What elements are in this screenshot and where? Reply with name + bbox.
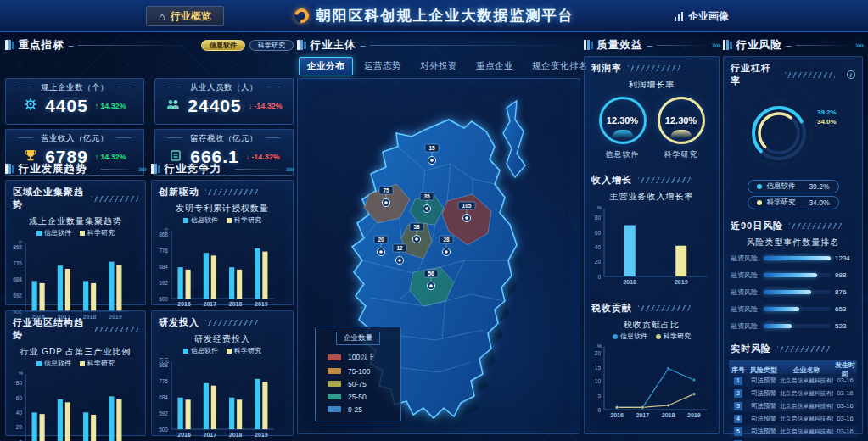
risk-bar-row: 融资风险1234 xyxy=(724,249,862,266)
chart-tax-share: 税收贡献占比信息软件科学研究05101520%2016201720182019 xyxy=(585,319,719,423)
svg-text:80: 80 xyxy=(595,215,602,220)
people-icon xyxy=(165,97,181,115)
expand-arrows-icon[interactable] xyxy=(286,165,294,174)
tab-重点企业[interactable]: 重点企业 xyxy=(468,58,521,75)
svg-text:%: % xyxy=(597,205,602,210)
chart-legend: 信息软件科学研究 xyxy=(6,359,145,368)
svg-text:2016: 2016 xyxy=(177,301,191,307)
map-legend-row: 0-25 xyxy=(316,403,400,416)
svg-text:40: 40 xyxy=(595,244,602,250)
stat-card-delta: ↓-14.32% xyxy=(246,153,280,161)
svg-text:2019: 2019 xyxy=(255,432,268,438)
svg-text:2016: 2016 xyxy=(610,412,624,418)
risk-bar-row: 融资风险523 xyxy=(724,317,862,334)
chart-title: 规上企业数量集聚趋势 xyxy=(6,215,145,227)
info-icon[interactable]: i xyxy=(847,70,855,79)
tab-运营态势[interactable]: 运营态势 xyxy=(356,58,409,75)
expand-arrows-icon[interactable] xyxy=(712,41,720,50)
panel-industry-trend: 行业发展趋势 – 区域企业集聚趋势 规上企业数量集聚趋势信息软件科学研究5005… xyxy=(5,161,146,438)
panel-industry-main: 行业主体 – 企业分布运营态势对外投资重点企业规企变化排名 xyxy=(297,37,580,438)
svg-text:20: 20 xyxy=(16,424,23,430)
tab-企业分布[interactable]: 企业分布 xyxy=(299,57,353,75)
profit-gauge: 12.30% xyxy=(599,97,647,144)
section-card: 研发投入 研发经费投入信息软件科学研究500592684776868万元2016… xyxy=(151,310,294,436)
svg-text:684: 684 xyxy=(13,276,22,282)
svg-text:28: 28 xyxy=(443,237,450,243)
tab-对外投资[interactable]: 对外投资 xyxy=(412,58,465,75)
chart-legend: 信息软件科学研究 xyxy=(152,346,293,355)
nav-industry-overview[interactable]: ⌂ 行业概览 xyxy=(146,6,224,26)
svg-text:60: 60 xyxy=(595,230,602,236)
chart-legend: 信息软件科学研究 xyxy=(6,228,145,237)
panel-title: 行业风险 xyxy=(736,38,782,53)
stat-card-label: 从业人员数（人） xyxy=(155,82,293,93)
risk-bar-row: 融资风险876 xyxy=(724,283,862,300)
svg-text:%: % xyxy=(19,371,24,376)
section-card: 区域企业集聚趋势 规上企业数量集聚趋势信息软件科学研究5005926847768… xyxy=(5,180,146,305)
nav-enterprise-portrait[interactable]: 企业画像 xyxy=(663,6,742,26)
table-row: 6司法预警北京启信卓越科技有限公司03-16 xyxy=(729,438,857,441)
page-title: 朝阳区科创规上企业大数据监测平台 xyxy=(316,6,574,25)
risk-type-bars: 融资风险1234融资风险988融资风险876融资风险653融资风险523 xyxy=(724,249,862,334)
svg-text:75: 75 xyxy=(383,187,389,193)
section-title: 利润率 xyxy=(585,57,719,76)
expand-arrows-icon[interactable] xyxy=(855,41,863,50)
map-legend-row: 25-50 xyxy=(316,390,400,403)
svg-text:684: 684 xyxy=(159,394,168,400)
gauge-value: 12.30% xyxy=(665,115,697,126)
chart-title: 利润增长率 xyxy=(585,79,719,91)
svg-text:15: 15 xyxy=(595,365,602,371)
section-title: 研发投入 xyxy=(152,311,293,331)
svg-text:个: 个 xyxy=(17,240,23,245)
series-toggles: 信息软件科学研究 xyxy=(201,40,294,51)
stat-card-delta: ↑14.32% xyxy=(95,153,126,161)
series-toggle-pill[interactable]: 信息软件 xyxy=(201,40,245,51)
section-title: 收入增长 xyxy=(585,169,719,188)
svg-text:684: 684 xyxy=(159,264,168,270)
section-title: 实时风险 xyxy=(724,338,862,357)
map-ne-arm xyxy=(503,101,525,177)
svg-text:2018: 2018 xyxy=(229,432,243,438)
panel-bars-icon xyxy=(297,40,306,50)
table-header: 序号风险类型企业名称发生时间 xyxy=(729,360,857,374)
panel-title: 行业竞争力 xyxy=(165,162,222,176)
expand-arrows-icon[interactable] xyxy=(138,165,146,174)
risk-bar-row: 融资风险653 xyxy=(724,300,862,317)
svg-text:20: 20 xyxy=(595,259,602,265)
section-title: 近90日风险 xyxy=(724,215,862,234)
svg-text:60: 60 xyxy=(16,395,23,401)
chart-legend: 信息软件科学研究 xyxy=(152,215,293,225)
svg-text:5: 5 xyxy=(597,393,601,399)
realtime-risk-table: 序号风险类型企业名称发生时间1司法预警北京启信卓越科技有限公司03-162司法预… xyxy=(729,360,857,441)
svg-text:%: % xyxy=(597,343,602,349)
district-map-card: 1575351055828201256 企业数量 100以上75-10050-7… xyxy=(297,78,580,434)
chart-rnd: 研发经费投入信息软件科学研究500592684776868万元201620172… xyxy=(152,333,293,441)
gauge-value: 12.30% xyxy=(607,115,638,126)
table-row: 3司法预警北京启信卓越科技有限公司03-16 xyxy=(729,399,857,412)
svg-text:20: 20 xyxy=(595,350,602,356)
top-header: ⌂ 行业概览 朝阳区科创规上企业大数据监测平台 企业画像 xyxy=(0,0,868,32)
svg-text:776: 776 xyxy=(159,248,168,254)
panel-title: 重点指标 xyxy=(19,38,64,53)
chart-title: 风险类型事件数量排名 xyxy=(724,237,862,248)
svg-text:105: 105 xyxy=(462,203,472,209)
stat-card-label: 营业收入（亿元） xyxy=(6,133,143,144)
leverage-legend-pill: 科学研究34.0% xyxy=(748,196,839,209)
risk-bar-row: 融资风险988 xyxy=(724,266,862,283)
series-toggle-pill[interactable]: 科学研究 xyxy=(249,40,294,51)
section-title: 行业地区结构趋势 xyxy=(6,311,145,343)
panel-title: 质量效益 xyxy=(597,38,643,53)
leverage-legend-pill: 信息软件39.2% xyxy=(748,180,839,193)
svg-text:2018: 2018 xyxy=(229,301,243,307)
chart-title: 发明专利累计授权数量 xyxy=(152,203,293,215)
svg-text:58: 58 xyxy=(413,224,420,230)
svg-text:2017: 2017 xyxy=(204,432,217,438)
risk-card: 行业杠杆率 i 39.2%34.0% 信息软件39.2%科学研究34.0% 近9… xyxy=(723,56,863,434)
svg-text:15: 15 xyxy=(428,145,435,151)
table-row: 4司法预警北京启信卓越科技有限公司03-16 xyxy=(729,412,857,425)
panel-quality: 质量效益 – 利润率 利润增长率 12.30%信息软件12.30%科学研究 收入… xyxy=(584,37,720,438)
stat-card-value: 4405 xyxy=(45,96,88,116)
map-tabs: 企业分布运营态势对外投资重点企业规企变化排名 xyxy=(299,56,580,76)
nav-industry-overview-label: 行业概览 xyxy=(171,9,211,24)
svg-text:592: 592 xyxy=(13,293,22,299)
